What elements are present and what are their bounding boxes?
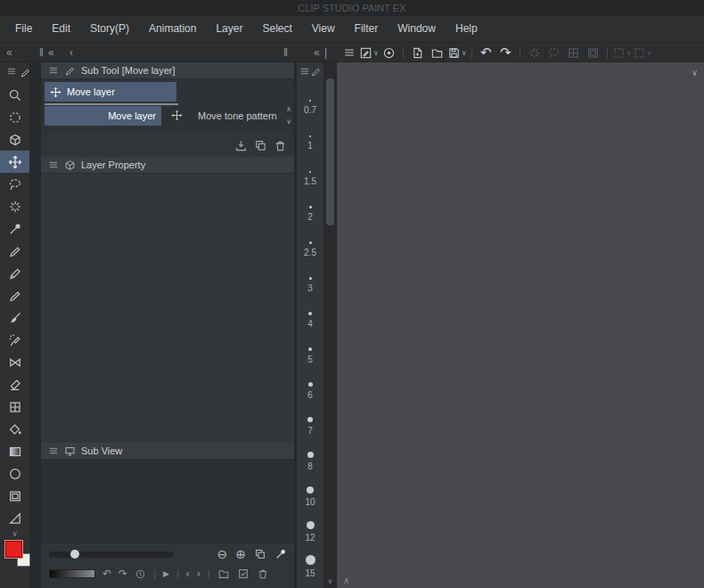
toolbar-menu-button[interactable] bbox=[340, 44, 358, 61]
rotate-canvas-button[interactable] bbox=[584, 44, 602, 61]
playback-button[interactable]: ▶ bbox=[163, 569, 169, 578]
snap-to-grid-button[interactable] bbox=[564, 44, 583, 61]
brush-size-option[interactable]: 1 bbox=[297, 118, 323, 153]
tool-operation-button[interactable] bbox=[0, 128, 29, 151]
tool-decoration-button[interactable] bbox=[0, 351, 29, 373]
brush-size-option[interactable]: 15 bbox=[297, 545, 323, 581]
menu-item-layer[interactable]: Layer bbox=[206, 16, 252, 42]
open-image-button[interactable] bbox=[217, 568, 230, 580]
open-file-button[interactable] bbox=[428, 44, 446, 61]
zoom-in-button[interactable]: ⊕ bbox=[235, 548, 246, 560]
rotate-left-button[interactable]: ↶ bbox=[102, 568, 111, 580]
collapse-panels-button[interactable]: « bbox=[48, 45, 54, 60]
menu-item-filter[interactable]: Filter bbox=[345, 16, 389, 42]
zoom-out-button[interactable]: ⊖ bbox=[217, 548, 228, 560]
layer-property-menu-button[interactable] bbox=[48, 159, 59, 170]
new-canvas-button[interactable] bbox=[408, 44, 427, 61]
brush-size-option[interactable]: 12 bbox=[297, 510, 323, 545]
sub-tool-item-dragging[interactable]: Move layer bbox=[45, 106, 161, 126]
menu-item-animation[interactable]: Animation bbox=[139, 16, 206, 42]
brush-size-scroll-down-button[interactable]: ∨ bbox=[323, 577, 337, 585]
brush-size-option[interactable]: 2.5 bbox=[297, 225, 323, 260]
selection-launcher-dropdown[interactable]: ∨ bbox=[612, 44, 632, 61]
tool-gradient-button[interactable] bbox=[0, 440, 29, 462]
save-file-dropdown[interactable]: ∨ bbox=[447, 44, 467, 61]
tool-fill-button[interactable] bbox=[0, 418, 29, 440]
snap-to-ruler-button[interactable] bbox=[525, 44, 544, 61]
brush-size-menu-button[interactable] bbox=[299, 66, 310, 77]
eyedropper-toggle-button[interactable] bbox=[274, 548, 287, 560]
brush-size-scrollbar[interactable]: ∨ bbox=[323, 62, 337, 588]
tool-blend-button[interactable] bbox=[0, 396, 29, 418]
menu-item-window[interactable]: Window bbox=[388, 16, 446, 42]
brush-size-option[interactable]: 2 bbox=[297, 189, 323, 225]
brush-size-option[interactable]: 0.7 bbox=[297, 82, 323, 118]
brush-size-option[interactable]: 3 bbox=[297, 260, 323, 296]
delete-image-button[interactable] bbox=[257, 568, 269, 580]
duplicate-sub-tool-button[interactable] bbox=[254, 139, 267, 152]
tool-ellipse-select-button[interactable] bbox=[0, 106, 29, 128]
undo-button[interactable]: ↶ bbox=[477, 44, 495, 61]
panel-tab-scroll-button[interactable]: ‹ bbox=[70, 45, 73, 60]
menu-item-edit[interactable]: Edit bbox=[42, 16, 80, 42]
import-sub-tool-button[interactable] bbox=[234, 139, 248, 152]
tool-ruler-button[interactable] bbox=[0, 507, 29, 529]
selection-pen-dropdown[interactable]: ∨ bbox=[633, 44, 652, 61]
sub-view-menu-button[interactable] bbox=[48, 445, 59, 456]
tool-palette-menu-button[interactable] bbox=[6, 66, 17, 77]
clip-studio-logo-button[interactable] bbox=[380, 44, 398, 61]
tool-auto-select-button[interactable] bbox=[0, 195, 29, 217]
tool-zoom-button[interactable] bbox=[0, 84, 29, 106]
foreground-color-swatch[interactable] bbox=[4, 540, 23, 559]
canvas-area[interactable]: ∨ ∧ bbox=[337, 62, 704, 588]
tool-airbrush-button[interactable] bbox=[0, 329, 29, 351]
zoom-slider[interactable] bbox=[49, 551, 174, 558]
switch-image-button[interactable] bbox=[254, 548, 266, 560]
tool-lasso-button[interactable] bbox=[0, 173, 29, 195]
brush-size-option[interactable]: 7 bbox=[297, 403, 323, 438]
menu-item-help[interactable]: Help bbox=[446, 16, 487, 42]
sub-tool-scroll-up-button[interactable]: ∧ bbox=[286, 105, 291, 113]
sub-tool-item-drop-target[interactable]: Move tone pattern bbox=[198, 110, 277, 121]
tool-pen-button[interactable] bbox=[0, 240, 29, 262]
panel-dock-handle[interactable]: ‖ bbox=[39, 45, 44, 60]
current-tool-dropdown[interactable]: ∨ bbox=[359, 44, 379, 61]
brush-size-option[interactable]: 1.5 bbox=[297, 153, 323, 189]
menu-item-file[interactable]: File bbox=[5, 16, 42, 42]
canvas-scroll-button[interactable]: ∧ bbox=[343, 576, 349, 585]
brush-size-option[interactable]: 4 bbox=[297, 296, 323, 331]
tool-eyedropper-button[interactable] bbox=[0, 217, 29, 240]
sub-tool-item-selected[interactable]: Move layer bbox=[45, 82, 176, 102]
zoom-slider-thumb[interactable] bbox=[70, 550, 79, 559]
canvas-collapse-button[interactable]: ∨ bbox=[692, 68, 698, 78]
delete-sub-tool-button[interactable] bbox=[274, 139, 287, 152]
brush-size-option[interactable]: 6 bbox=[297, 367, 323, 403]
collapse-tool-palette-button[interactable]: « bbox=[6, 45, 12, 60]
thumbnail-strip[interactable] bbox=[49, 569, 95, 578]
sub-tool-scroll-down-button[interactable]: ∨ bbox=[286, 118, 291, 126]
rotate-right-button[interactable]: ↷ bbox=[119, 568, 127, 580]
menu-item-view[interactable]: View bbox=[302, 16, 345, 42]
brush-size-option[interactable]: 10 bbox=[297, 474, 323, 510]
previous-image-button[interactable]: ‹ bbox=[186, 568, 190, 580]
brush-size-scrollbar-thumb[interactable] bbox=[326, 78, 334, 225]
tool-frame-border-button[interactable] bbox=[0, 485, 29, 507]
tool-brush-button[interactable] bbox=[0, 306, 29, 329]
next-image-button[interactable]: › bbox=[197, 568, 201, 580]
sub-tool-panel-menu-button[interactable] bbox=[48, 65, 59, 76]
tool-marker-button[interactable] bbox=[0, 284, 29, 306]
tool-pencil-button[interactable] bbox=[0, 262, 29, 284]
menu-item-story[interactable]: Story(P) bbox=[80, 16, 139, 42]
snap-to-special-ruler-button[interactable] bbox=[544, 44, 563, 61]
collapse-brush-size-button[interactable]: « bbox=[314, 45, 320, 60]
brush-size-dock-handle[interactable]: ‖ bbox=[283, 45, 288, 60]
redo-button[interactable]: ↷ bbox=[496, 44, 515, 61]
timelapse-button[interactable] bbox=[135, 568, 146, 580]
tool-palette-scroll-down-button[interactable]: ∨ bbox=[0, 529, 29, 538]
menu-item-select[interactable]: Select bbox=[252, 16, 301, 42]
tool-figure-button[interactable] bbox=[0, 462, 29, 485]
clear-image-button[interactable] bbox=[237, 568, 250, 580]
tool-move-layer-button[interactable] bbox=[0, 151, 29, 173]
brush-size-option[interactable]: 5 bbox=[297, 331, 323, 367]
tool-eraser-button[interactable] bbox=[0, 373, 29, 396]
